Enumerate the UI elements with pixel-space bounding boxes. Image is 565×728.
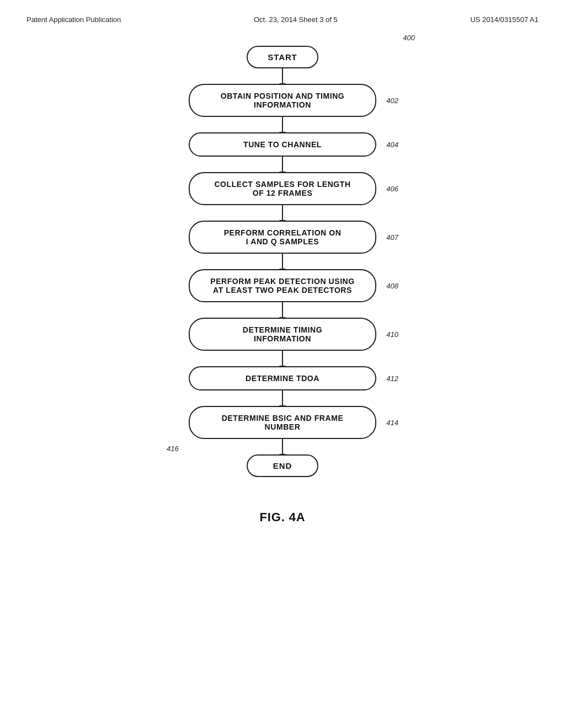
node-414-text: DETERMINE BSIC AND FRAME NUMBER — [222, 414, 344, 431]
arrow-8 — [282, 390, 283, 406]
figure-caption-text: FIG. 4A — [259, 510, 305, 524]
node-406-text: COLLECT SAMPLES FOR LENGTHOF 12 FRAMES — [214, 180, 350, 197]
label-410: 410 — [386, 330, 398, 339]
label-416: 416 — [167, 445, 179, 453]
node-404-wrapper: TUNE TO CHANNEL 404 — [167, 132, 398, 157]
node-408-wrapper: PERFORM PEAK DETECTION USINGAT LEAST TWO… — [167, 269, 398, 302]
node-412: DETERMINE TDOA — [189, 366, 376, 390]
label-400: 400 — [403, 34, 415, 42]
node-end-wrapper: 416 END — [167, 454, 398, 477]
node-407-text: PERFORM CORRELATION ONI AND Q SAMPLES — [224, 228, 342, 246]
node-407: PERFORM CORRELATION ONI AND Q SAMPLES — [189, 221, 376, 254]
arrow-4 — [282, 205, 283, 221]
node-start-text: START — [268, 52, 297, 62]
node-406: COLLECT SAMPLES FOR LENGTHOF 12 FRAMES — [189, 172, 376, 205]
figure-caption: FIG. 4A — [0, 510, 565, 524]
diagram-area: START 400 OBTAIN POSITION AND TIMINGINFO… — [0, 46, 565, 477]
node-410: DETERMINE TIMINGINFORMATION — [189, 318, 376, 351]
node-404-text: TUNE TO CHANNEL — [243, 140, 322, 149]
label-407: 407 — [386, 233, 398, 242]
label-402: 402 — [386, 97, 398, 105]
label-406: 406 — [386, 185, 398, 193]
header-center: Oct. 23, 2014 Sheet 3 of 5 — [254, 15, 338, 24]
node-410-wrapper: DETERMINE TIMINGINFORMATION 410 — [167, 318, 398, 351]
node-410-text: DETERMINE TIMINGINFORMATION — [243, 325, 322, 343]
arrow-7 — [282, 351, 283, 366]
node-402-wrapper: OBTAIN POSITION AND TIMINGINFORMATION 40… — [167, 84, 398, 117]
node-412-text: DETERMINE TDOA — [246, 374, 319, 383]
arrow-1 — [282, 68, 283, 84]
node-404: TUNE TO CHANNEL — [189, 132, 376, 157]
flowchart: START 400 OBTAIN POSITION AND TIMINGINFO… — [150, 46, 415, 477]
arrow-9 — [282, 439, 283, 454]
label-404: 404 — [386, 141, 398, 149]
node-402-text: OBTAIN POSITION AND TIMINGINFORMATION — [221, 92, 345, 109]
arrow-6 — [282, 302, 283, 318]
arrow-2 — [282, 117, 283, 132]
node-start: START — [247, 46, 318, 68]
header-right: US 2014/0315507 A1 — [470, 15, 539, 24]
node-407-wrapper: PERFORM CORRELATION ONI AND Q SAMPLES 40… — [167, 221, 398, 254]
node-412-wrapper: DETERMINE TDOA 412 — [167, 366, 398, 390]
arrow-5 — [282, 254, 283, 269]
node-408-text: PERFORM PEAK DETECTION USINGAT LEAST TWO… — [210, 277, 354, 295]
label-408: 408 — [386, 282, 398, 290]
node-414-wrapper: DETERMINE BSIC AND FRAME NUMBER 414 — [167, 406, 398, 439]
label-412: 412 — [386, 374, 398, 383]
header-left: Patent Application Publication — [26, 15, 121, 24]
node-end: END — [247, 454, 318, 477]
node-406-wrapper: COLLECT SAMPLES FOR LENGTHOF 12 FRAMES 4… — [167, 172, 398, 205]
node-start-wrapper: START 400 — [167, 46, 398, 68]
node-end-text: END — [273, 461, 292, 470]
label-414: 414 — [386, 419, 398, 427]
node-402: OBTAIN POSITION AND TIMINGINFORMATION — [189, 84, 376, 117]
node-414: DETERMINE BSIC AND FRAME NUMBER — [189, 406, 376, 439]
arrow-3 — [282, 157, 283, 172]
node-408: PERFORM PEAK DETECTION USINGAT LEAST TWO… — [189, 269, 376, 302]
page-header: Patent Application Publication Oct. 23, … — [0, 0, 565, 24]
